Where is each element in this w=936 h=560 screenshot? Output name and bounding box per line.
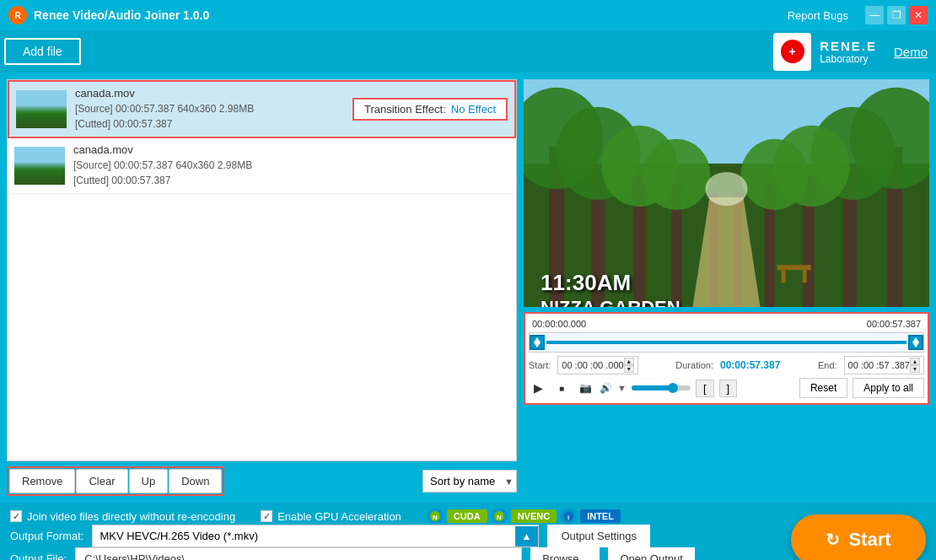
transition-label: Transition Effect: [364, 103, 446, 116]
file-thumb-2 [14, 147, 65, 185]
format-select-display: MKV HEVC/H.265 Video (*.mkv) [93, 525, 514, 547]
gpu-checkbox[interactable] [261, 510, 272, 522]
timeline-handle-right[interactable] [908, 335, 923, 350]
demo-link[interactable]: Demo [894, 45, 928, 59]
vol-down-icon: ▼ [617, 383, 627, 393]
svg-rect-24 [803, 270, 807, 283]
svg-text:N: N [433, 514, 438, 521]
gpu-label: Enable GPU Acceleration [277, 510, 401, 523]
bracket-left-button[interactable]: [ [696, 380, 714, 397]
file-label: Output File: [10, 552, 67, 560]
format-row: Output Format: MKV HEVC/H.265 Video (*.m… [10, 525, 926, 547]
gpu-icon-nvenc: N [491, 508, 508, 525]
start-time-up[interactable]: ▲ [624, 358, 634, 365]
start-button[interactable]: ↻ Start [791, 514, 926, 560]
file-info-2: canada.mov [Source] 00:00:57.387 640x360… [73, 143, 509, 188]
open-output-button[interactable]: Open Output [608, 547, 694, 560]
duration-value: 00:00:57.387 [720, 359, 780, 371]
file-path-display: C:\Users\HP\Videos\ [75, 547, 522, 560]
file-name-2: canada.mov [73, 143, 509, 156]
end-label: End: [818, 360, 837, 370]
up-button[interactable]: Up [129, 469, 169, 493]
close-button[interactable]: ✕ [909, 6, 928, 24]
clear-button[interactable]: Clear [76, 469, 127, 493]
end-time-spinner[interactable]: ▲ ▼ [910, 358, 920, 373]
stop-button[interactable]: ■ [552, 379, 571, 397]
apply-all-button[interactable]: Apply to all [853, 378, 924, 398]
volume-icon: 🔊 [600, 382, 612, 394]
video-scene-svg: 11:30AM NIZZA GARDEN [524, 79, 929, 307]
app-title: Renee Video/Audio Joiner 1.0.0 [34, 8, 209, 22]
file-item-1[interactable]: canada.mov [Source] 00:00:57.387 640x360… [8, 80, 516, 138]
minimize-button[interactable]: — [865, 6, 884, 24]
svg-text:i: i [568, 514, 569, 521]
file-source-2: [Source] 00:00:57.387 640x360 2.98MB [73, 158, 509, 173]
join-checkbox[interactable] [10, 510, 22, 522]
time-controls: Start: 00 :00 :00 .000 ▲ ▼ Duration: 00:… [529, 354, 924, 376]
file-list: canada.mov [Source] 00:00:57.387 640x360… [7, 79, 517, 461]
gpu-badges: N CUDA N NVENC i INTEL [427, 508, 621, 525]
transition-value: No Effect [451, 103, 496, 116]
volume-thumb[interactable] [668, 383, 678, 393]
svg-rect-23 [782, 270, 786, 283]
screenshot-button[interactable]: 📷 [576, 379, 594, 397]
play-button[interactable]: ▶ [529, 379, 547, 397]
transition-box[interactable]: Transition Effect: No Effect [352, 98, 508, 121]
title-left: R Renee Video/Audio Joiner 1.0.0 [8, 6, 209, 24]
down-button[interactable]: Down [169, 469, 222, 493]
logo-icon: + [773, 33, 811, 71]
svg-rect-22 [777, 265, 811, 270]
timeline-handle-left[interactable] [530, 335, 545, 350]
svg-point-21 [705, 172, 747, 206]
browse-button[interactable]: Browse... [530, 547, 600, 560]
start-icon: ↻ [826, 530, 840, 550]
reset-button[interactable]: Reset [799, 378, 847, 398]
timeline-area: 00:00:00.000 00:00:57.387 Start: 00 :00 … [524, 312, 929, 405]
logo-area: + RENE.E Laboratory Demo [773, 33, 928, 71]
join-option[interactable]: Join video files directly without re-enc… [10, 510, 235, 523]
start-label: Start: [529, 360, 551, 370]
end-time-down[interactable]: ▼ [910, 365, 920, 373]
timeline-track[interactable] [529, 332, 924, 353]
file-row: Output File: C:\Users\HP\Videos\ Browse.… [10, 547, 926, 560]
file-cutted-1: [Cutted] 00:00:57.387 [75, 116, 327, 132]
svg-text:N: N [497, 514, 502, 521]
end-time-up[interactable]: ▲ [910, 358, 920, 365]
start-time-down[interactable]: ▼ [624, 365, 634, 373]
start-time-box[interactable]: 00 :00 :00 .000 ▲ ▼ [557, 356, 637, 374]
nvenc-badge: NVENC [511, 509, 557, 523]
video-preview: 11:30AM NIZZA GARDEN [524, 79, 929, 307]
end-time-box[interactable]: 00 :00 :57 .387 ▲ ▼ [844, 356, 924, 374]
intel-badge: INTEL [580, 509, 621, 523]
svg-point-15 [643, 139, 710, 210]
add-file-button[interactable]: Add file [4, 38, 81, 65]
format-arrow-icon[interactable]: ▲ [515, 526, 539, 547]
file-thumb-1 [16, 90, 67, 128]
file-source-1: [Source] 00:00:57.387 640x360 2.98MB [75, 101, 327, 116]
right-panel: 11:30AM NIZZA GARDEN 00:00:00.000 00:00:… [524, 79, 929, 496]
timeline-start-time: 00:00:00.000 [532, 319, 586, 329]
file-item-2[interactable]: canada.mov [Source] 00:00:57.387 640x360… [8, 138, 516, 194]
output-settings-button[interactable]: Output Settings [547, 525, 650, 547]
cuda-badge: CUDA [447, 509, 487, 523]
restore-button[interactable]: ❐ [887, 6, 906, 24]
gpu-icon-intel: i [560, 508, 577, 525]
gpu-option[interactable]: Enable GPU Acceleration [261, 510, 401, 523]
svg-point-19 [741, 139, 809, 210]
bottom-section: Join video files directly without re-enc… [0, 503, 936, 560]
bracket-right-button[interactable]: ] [719, 380, 738, 397]
title-bar: R Renee Video/Audio Joiner 1.0.0 Report … [0, 0, 936, 30]
volume-slider[interactable] [632, 385, 691, 390]
file-cutted-2: [Cutted] 00:00:57.387 [73, 173, 509, 188]
main-content: canada.mov [Source] 00:00:57.387 640x360… [0, 73, 936, 503]
start-time-spinner[interactable]: ▲ ▼ [624, 358, 634, 373]
sort-dropdown[interactable]: Sort by name Sort by date Sort by size [422, 470, 517, 493]
join-label: Join video files directly without re-enc… [27, 510, 235, 523]
file-name-1: canada.mov [75, 87, 327, 100]
sort-select-wrapper: Sort by name Sort by date Sort by size ▼ [422, 470, 517, 493]
video-background: 11:30AM NIZZA GARDEN [524, 79, 929, 307]
app-icon: R [8, 6, 27, 24]
gpu-icon-cuda: N [427, 508, 444, 525]
timeline-timestamps: 00:00:00.000 00:00:57.387 [529, 317, 924, 331]
remove-button[interactable]: Remove [9, 469, 75, 493]
